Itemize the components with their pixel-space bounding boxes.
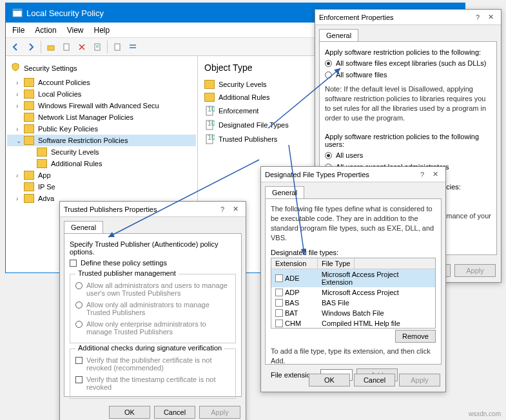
close-icon[interactable]: ✕ <box>484 13 497 21</box>
apply-button[interactable]: Apply <box>399 374 440 387</box>
ok-button[interactable]: OK <box>309 374 350 387</box>
menu-action[interactable]: Action <box>35 26 56 35</box>
list-button[interactable] <box>126 40 140 54</box>
folder-icon <box>24 124 34 133</box>
watermark: wsxdn.com <box>469 410 501 417</box>
folder-icon <box>24 182 34 191</box>
designated-types-dialog: Designated File Types Properties?✕ Gener… <box>260 166 446 392</box>
folder-icon <box>24 90 34 99</box>
tab-general[interactable]: General <box>319 29 358 41</box>
folder-icon <box>24 171 34 180</box>
folder-icon <box>24 194 34 203</box>
define-settings-check[interactable]: Define these policy settings <box>70 257 236 269</box>
document-icon: 101 <box>204 134 215 144</box>
radio-enterprise-admins[interactable]: Allow only enterprise administrators to … <box>75 318 230 338</box>
chevron-icon: › <box>16 126 23 133</box>
tree-root[interactable]: Security Settings <box>7 60 196 77</box>
file-icon <box>275 320 283 327</box>
tree-item[interactable]: ⌄Software Restriction Policies <box>7 135 196 146</box>
check-timestamp-cert[interactable]: Verify that the timestamp certificate is… <box>75 374 230 393</box>
table-row[interactable]: CHMCompiled HTML Help file <box>271 318 435 329</box>
chevron-icon: › <box>16 172 23 179</box>
folder-icon <box>204 80 215 89</box>
tree-item[interactable]: Security Levels <box>7 146 196 158</box>
up-button[interactable] <box>44 40 58 54</box>
file-types-table[interactable]: ExtensionFile Type ADEMicrosoft Access P… <box>271 258 436 329</box>
table-row[interactable]: BASBAS File <box>271 298 435 308</box>
svg-rect-8 <box>130 44 136 46</box>
folder-icon <box>24 78 34 87</box>
tree-item[interactable]: ›App <box>7 169 196 181</box>
tab-general[interactable]: General <box>265 186 304 198</box>
tree-item[interactable]: ›Local Policies <box>7 88 196 100</box>
radio-except-libs[interactable]: All software files except libraries (suc… <box>325 57 491 69</box>
help-button[interactable]: ? <box>471 14 484 21</box>
app-icon <box>12 8 23 18</box>
radio-all-admins-users[interactable]: Allow all administrators and users to ma… <box>75 280 230 299</box>
table-row[interactable]: ADEMicrosoft Access Project Extension <box>271 269 435 287</box>
file-icon <box>275 309 283 317</box>
refresh-button[interactable] <box>110 40 124 54</box>
tree-item[interactable]: ›Account Policies <box>7 77 196 88</box>
chevron-icon: › <box>16 91 23 98</box>
folder-icon <box>24 136 34 145</box>
close-icon[interactable]: ✕ <box>229 205 242 213</box>
svg-rect-1 <box>13 9 22 11</box>
svg-text:101: 101 <box>208 134 215 141</box>
radio-only-admins[interactable]: Allow only all administrators to manage … <box>75 299 230 318</box>
apply-button[interactable]: Apply <box>199 406 240 419</box>
table-row[interactable]: ADPMicrosoft Access Project <box>271 287 435 298</box>
chevron-icon: › <box>16 102 23 110</box>
folder-icon <box>204 93 215 102</box>
back-button[interactable] <box>8 40 23 54</box>
apply-button[interactable]: Apply <box>454 264 496 277</box>
file-icon <box>275 289 283 296</box>
table-row[interactable]: BATWindows Batch File <box>271 308 435 318</box>
ok-button[interactable]: OK <box>109 406 150 419</box>
folder-icon <box>24 101 34 110</box>
file-icon <box>275 274 283 282</box>
help-button[interactable]: ? <box>216 205 229 213</box>
chevron-icon: › <box>16 79 23 86</box>
menu-help[interactable]: Help <box>94 26 110 35</box>
forward-button[interactable] <box>24 40 38 54</box>
tab-general[interactable]: General <box>64 221 103 233</box>
chevron-icon: ⌄ <box>16 137 23 144</box>
file-icon <box>275 299 283 307</box>
cancel-button[interactable]: Cancel <box>154 406 195 419</box>
dialog-titlebar[interactable]: Designated File Types Properties?✕ <box>261 167 445 182</box>
trusted-publishers-dialog: Trusted Publishers Properties?✕ General … <box>59 201 246 420</box>
dialog-titlebar[interactable]: Enforcement Properties?✕ <box>315 10 501 25</box>
document-icon: 101 <box>204 106 215 116</box>
svg-text:101: 101 <box>208 120 215 127</box>
svg-rect-7 <box>115 44 120 50</box>
document-icon: 101 <box>204 120 215 130</box>
svg-rect-2 <box>48 46 54 50</box>
cancel-button[interactable]: Cancel <box>354 374 395 387</box>
menu-view[interactable]: View <box>67 26 84 35</box>
svg-text:101: 101 <box>208 106 215 113</box>
remove-button[interactable]: Remove <box>395 330 436 343</box>
tree-item[interactable]: ›Public Key Policies <box>7 123 196 135</box>
folder-icon <box>37 148 47 157</box>
radio-all-software[interactable]: All software files <box>325 69 491 81</box>
tree-item[interactable]: Network List Manager Policies <box>7 111 196 123</box>
check-publisher-cert[interactable]: Verify that the publisher certificate is… <box>75 354 230 374</box>
shield-icon <box>11 62 20 72</box>
svg-rect-3 <box>64 44 69 50</box>
folder-icon <box>24 113 34 122</box>
menu-file[interactable]: File <box>12 26 24 35</box>
delete-button[interactable] <box>75 40 89 54</box>
help-button[interactable]: ? <box>416 171 429 178</box>
tree-item[interactable]: IP Se <box>7 181 196 193</box>
chevron-icon: › <box>16 195 23 202</box>
svg-rect-9 <box>130 47 136 48</box>
tree-item[interactable]: Additional Rules <box>7 158 196 169</box>
folder-icon <box>37 159 47 168</box>
clipboard-button[interactable] <box>59 40 73 54</box>
radio-all-users[interactable]: All users <box>325 149 491 161</box>
tree-item[interactable]: ›Windows Firewall with Advanced Secu <box>7 100 196 111</box>
properties-button[interactable] <box>90 40 104 54</box>
dialog-titlebar[interactable]: Trusted Publishers Properties?✕ <box>60 202 246 217</box>
close-icon[interactable]: ✕ <box>429 170 442 178</box>
